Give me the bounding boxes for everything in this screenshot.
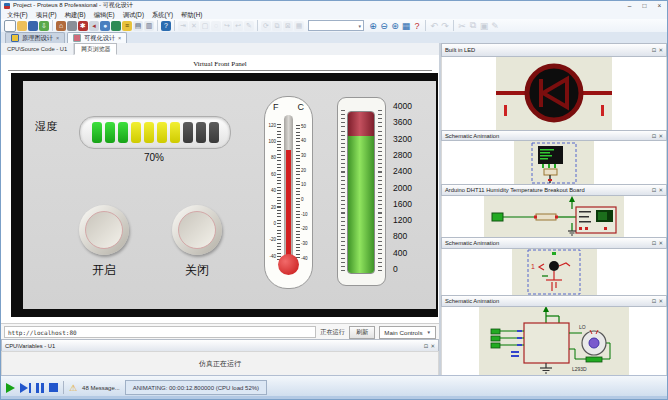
thermometer-c-label: -30	[301, 241, 308, 246]
thermometer-f-label: 0	[266, 221, 276, 226]
thermometer-f-label: -20	[266, 237, 276, 242]
zoom-in-icon[interactable]: ⊕	[368, 20, 378, 31]
close-icon[interactable]: ✕	[658, 47, 663, 53]
close-icon[interactable]: ✕	[658, 187, 663, 193]
led-segment	[131, 122, 141, 143]
dock-header-dht11-breakout[interactable]: Arduino DHT11 Humidity Temperature Break…	[441, 184, 667, 196]
play-button[interactable]	[6, 383, 15, 393]
visual-tab-icon	[73, 34, 81, 42]
tab-close-icon[interactable]: ×	[118, 35, 121, 41]
pin-icon[interactable]: ⊡	[652, 298, 657, 304]
dock-body-schematic-animation-3: LO L293D	[441, 307, 667, 376]
gauge-tick-label: 800	[393, 232, 407, 241]
pin-icon[interactable]: ⊡	[652, 240, 657, 246]
on-button-label: 开启	[79, 262, 129, 279]
gauge-tick-label: 4000	[393, 102, 412, 111]
subtab-web-browser[interactable]: 网页浏览器	[74, 43, 117, 55]
zoom-search-icon[interactable]: ●	[100, 21, 110, 31]
close-button[interactable]: ×	[652, 1, 667, 10]
home-icon[interactable]: ⌂	[56, 21, 66, 31]
source-code-icon[interactable]: ≡	[122, 21, 132, 31]
gauge-right-ticks	[378, 110, 382, 273]
subtab-source-code[interactable]: CPU\Source Code - U1	[1, 43, 74, 55]
speaker-icon[interactable]: ◂	[89, 21, 99, 31]
gauge-tick-label: 400	[393, 249, 407, 258]
gauge-scale-labels: 400036003200280024002000160012008004000	[391, 97, 427, 284]
gauge-left-ticks	[341, 110, 345, 273]
help-icon[interactable]: ?	[161, 21, 171, 31]
dock-header-schematic-animation-3[interactable]: Schematic Animation ⊡ ✕	[441, 295, 667, 307]
menu-item[interactable]: 调试(D)	[119, 10, 148, 19]
thermometer-c-label: 10	[301, 182, 306, 187]
main-controls-dropdown[interactable]: Main Controls ▼	[379, 326, 436, 339]
toolbar-separator	[157, 20, 158, 31]
off-button[interactable]	[172, 205, 222, 255]
tab-schematic-design[interactable]: 原理图设计 ×	[5, 32, 65, 43]
on-button[interactable]	[79, 205, 129, 255]
led-segment	[144, 122, 154, 143]
new-file-icon[interactable]	[4, 20, 16, 32]
settings-gear-icon[interactable]: ✱	[78, 21, 88, 31]
close-icon[interactable]: ✕	[658, 240, 663, 246]
pause-button[interactable]	[36, 383, 44, 393]
export-icon: ⇥	[178, 21, 188, 31]
toolbar-separator	[425, 20, 426, 31]
url-input[interactable]: http://localhost:80	[4, 326, 316, 338]
fahrenheit-unit-label: F	[273, 102, 279, 112]
tab-close-icon[interactable]: ×	[56, 35, 59, 41]
save-icon[interactable]	[28, 21, 38, 31]
humidity-label: 湿度	[35, 119, 57, 134]
zoom-extents-icon[interactable]: ⊛	[390, 20, 400, 31]
grid-icon[interactable]: ▦	[401, 20, 411, 31]
pin-icon[interactable]: ⊡	[652, 187, 657, 193]
tab-visual-design[interactable]: 可视化设计 ×	[67, 32, 127, 43]
thermometer: F C 120100806040200-20-4050403020100-10-…	[264, 96, 313, 289]
dock-header-built-in-led[interactable]: Built in LED ⊡ ✕	[441, 43, 667, 57]
led-segment	[209, 122, 219, 143]
zoom-out-icon[interactable]: ⊖	[379, 20, 389, 31]
close-icon[interactable]: ✕	[658, 298, 663, 304]
gauge-tick-label: 2400	[393, 167, 412, 176]
close-icon[interactable]: ✕	[430, 343, 435, 349]
stop-button[interactable]	[49, 383, 58, 392]
pin-icon[interactable]: ⊡	[424, 343, 429, 349]
open-folder-icon[interactable]	[17, 21, 27, 31]
notes-icon[interactable]: ▥	[144, 21, 154, 31]
library-book-icon[interactable]	[111, 21, 121, 31]
menu-item[interactable]: 文件(F)	[3, 10, 32, 19]
snap-icon[interactable]: ?	[412, 20, 422, 31]
menu-item[interactable]: 系统(Y)	[148, 10, 177, 19]
thermometer-f-label: 20	[266, 205, 276, 210]
menu-item[interactable]: 项目(P)	[32, 10, 61, 19]
dock-header-schematic-animation-1[interactable]: Schematic Animation ⊡ ✕	[441, 130, 667, 142]
dock-header-schematic-animation-2[interactable]: Schematic Animation ⊡ ✕	[441, 237, 667, 249]
minimize-button[interactable]: –	[622, 1, 637, 10]
menu-item[interactable]: 构建(B)	[61, 10, 90, 19]
motor-net-label: LO	[579, 324, 586, 330]
step-button[interactable]	[20, 383, 31, 393]
led-segment	[105, 122, 115, 143]
menu-bar: 文件(F)项目(P)构建(B)编辑(E)调试(D)系统(Y)帮助(H)	[1, 10, 667, 19]
thermometer-c-label: 0	[301, 197, 304, 202]
close-icon[interactable]: ✕	[658, 133, 663, 139]
toolbar-separator	[453, 20, 454, 31]
gauge-tick-label: 2800	[393, 151, 412, 160]
refresh-button[interactable]: 刷新	[349, 326, 375, 339]
toolbar-combo[interactable]: ▾	[308, 20, 364, 31]
thermometer-c-label: 50	[301, 124, 306, 129]
pin-icon[interactable]: ⊡	[652, 47, 657, 53]
message-count[interactable]: 48 Message...	[82, 385, 120, 391]
import-icon[interactable]: ⇩	[39, 21, 49, 31]
gauge-tick-label: 3200	[393, 135, 412, 144]
maximize-button[interactable]: □	[637, 1, 652, 10]
menu-item[interactable]: 帮助(H)	[177, 10, 206, 19]
pin-icon[interactable]: ⊡	[652, 133, 657, 139]
animating-status: ANIMATING: 00:00:12.800000 (CPU load 52%…	[125, 380, 267, 395]
led-segment	[157, 122, 167, 143]
humidity-bargraph	[79, 116, 231, 149]
delete-icon: ✕	[189, 21, 199, 31]
run-status-label: 正在运行	[320, 328, 345, 337]
terminal-icon[interactable]: ▤	[133, 21, 143, 31]
menu-item[interactable]: 编辑(E)	[90, 10, 119, 19]
toolbox-icon[interactable]	[67, 21, 77, 31]
